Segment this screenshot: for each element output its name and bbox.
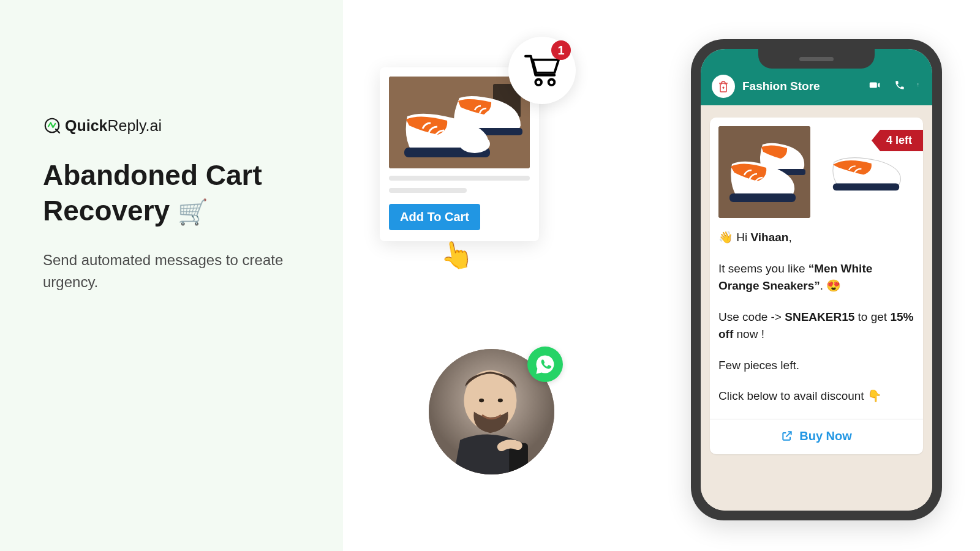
cart-emoji-icon: 🛒 [178, 198, 208, 225]
brand-logo-text: QuickReply.ai [65, 117, 162, 135]
message-product-thumb: 4 left [818, 126, 914, 218]
stock-ribbon: 4 left [872, 130, 923, 151]
heart-eyes-emoji-icon: 😍 [826, 279, 841, 292]
more-menu-icon[interactable] [918, 79, 921, 94]
brand-logo-mark [43, 116, 61, 135]
page-subheadline: Send automated messages to create urgenc… [43, 249, 306, 293]
svg-point-15 [918, 84, 918, 85]
skeleton-line [389, 188, 467, 193]
user-avatar [429, 349, 554, 474]
tap-hand-icon: 👆 [437, 236, 476, 274]
cart-count-badge: 1 [551, 40, 571, 60]
wave-emoji-icon: 👋 [718, 231, 733, 244]
store-avatar [712, 75, 735, 98]
svg-point-11 [479, 399, 484, 402]
message-card: 4 left 👋 Hi Vihaan, [710, 118, 923, 454]
phone-notch [758, 49, 875, 69]
voice-call-icon[interactable] [894, 80, 905, 93]
page-headline: Abandoned Cart Recovery 🛒 [43, 158, 306, 228]
product-image [389, 77, 530, 168]
message-product-image [718, 126, 810, 218]
message-text: 👋 Hi Vihaan, It seems you like “Men Whit… [718, 229, 914, 405]
svg-point-7 [535, 80, 541, 86]
video-call-icon[interactable] [867, 80, 882, 93]
store-name: Fashion Store [742, 80, 860, 93]
left-panel: QuickReply.ai Abandoned Cart Recovery 🛒 … [0, 0, 343, 551]
svg-point-8 [549, 80, 555, 86]
skeleton-line [389, 176, 530, 181]
chat-body: 4 left 👋 Hi Vihaan, [701, 105, 932, 511]
brand-logo: QuickReply.ai [43, 116, 306, 135]
phone-mockup: Fashion Store [691, 39, 942, 520]
svg-point-12 [498, 399, 503, 402]
svg-point-6 [459, 135, 490, 153]
cart-badge: 1 [508, 37, 576, 104]
external-link-icon [781, 430, 793, 442]
svg-point-14 [918, 83, 918, 84]
add-to-cart-button[interactable]: Add To Cart [389, 204, 480, 230]
svg-rect-20 [729, 193, 796, 202]
buy-now-button[interactable]: Buy Now [781, 429, 852, 443]
svg-rect-21 [833, 183, 899, 190]
point-down-emoji-icon: 👇 [867, 389, 882, 402]
whatsapp-badge-icon [527, 347, 563, 382]
svg-point-16 [918, 86, 918, 86]
product-card: Add To Cart 1 [380, 67, 539, 241]
